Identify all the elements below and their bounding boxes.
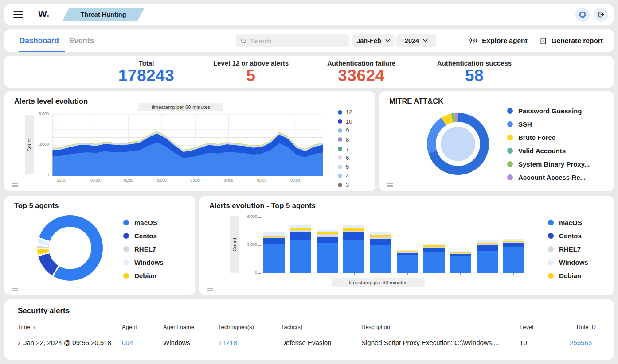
legend-label: macOS xyxy=(134,219,157,226)
cell-rule-id-link[interactable]: 255563 xyxy=(570,339,596,346)
legend-label: RHEL7 xyxy=(559,245,581,253)
legend-item[interactable]: RHEL7 xyxy=(123,245,164,253)
legend-item[interactable]: 3 xyxy=(338,182,352,188)
menu-icon[interactable] xyxy=(13,11,23,20)
legend-item[interactable]: 7 xyxy=(338,145,352,152)
legend-item[interactable]: Centos xyxy=(123,232,164,240)
bar-segment-macOS xyxy=(450,256,471,273)
area-chart[interactable] xyxy=(52,114,323,176)
status-circle-button[interactable] xyxy=(575,8,590,22)
legend-dot-icon xyxy=(548,220,554,225)
legend-dot-icon xyxy=(338,137,342,142)
x-tick-label: 02:00 xyxy=(157,178,166,182)
tab-events[interactable]: Events xyxy=(69,29,94,52)
bar-b6[interactable] xyxy=(397,250,418,273)
legend-dot-icon xyxy=(507,174,513,180)
legend-label: Centos xyxy=(134,232,157,240)
x-tick-label: 01:00 xyxy=(124,178,133,182)
col-description[interactable]: Description xyxy=(361,324,520,330)
bar-b9[interactable] xyxy=(477,240,498,273)
panel-alerts-evolution-top5: Alerts evolution - Top 5 agents Count 6,… xyxy=(199,196,614,295)
bar-segment-macOS xyxy=(263,244,285,273)
legend-item[interactable]: Windows xyxy=(548,259,588,266)
explore-agent-button[interactable]: Explore agent xyxy=(469,37,528,45)
legend-item[interactable]: Debian xyxy=(123,272,164,279)
x-tick-label: 04:00 xyxy=(224,178,233,182)
cell-agent-link[interactable]: 004 xyxy=(122,339,163,346)
x-tick-label: 03:00 xyxy=(191,178,200,182)
legend-item[interactable]: Account Access Re... xyxy=(507,174,590,181)
bar-segment-macOS xyxy=(503,247,524,273)
bar-b1[interactable] xyxy=(263,232,285,273)
legend-item[interactable]: 6 xyxy=(338,155,352,161)
legend-item[interactable]: Password Guessing xyxy=(507,107,590,115)
alerts-level-legend: 12109876543 xyxy=(338,109,352,191)
search-input[interactable] xyxy=(250,37,345,45)
col-tactics[interactable]: Tactic(s) xyxy=(281,324,361,330)
col-techniques[interactable]: Techniques(s) xyxy=(218,324,281,330)
legend-item[interactable]: 5 xyxy=(338,163,352,170)
bar-b2[interactable] xyxy=(290,225,311,273)
panel-options-icon[interactable] xyxy=(12,183,18,187)
generate-report-button[interactable]: Generate report xyxy=(539,37,603,45)
logout-button[interactable] xyxy=(594,8,608,22)
sort-desc-icon[interactable]: ▼ xyxy=(32,325,36,330)
bar-b4[interactable] xyxy=(343,225,364,273)
app-tab-threat-hunting[interactable]: Threat Hunting xyxy=(62,8,145,21)
expand-row-icon[interactable]: › xyxy=(18,339,20,346)
legend-label: 6 xyxy=(346,155,349,161)
period-dropdown[interactable]: Jan-Feb xyxy=(352,34,395,47)
panel-options-icon[interactable] xyxy=(12,287,18,291)
legend-item[interactable]: 4 xyxy=(338,173,352,179)
legend-label: 9 xyxy=(346,127,349,134)
col-agent-name[interactable]: Agent name xyxy=(163,324,218,330)
legend-item[interactable]: macOS xyxy=(123,219,164,226)
stacked-bar-chart[interactable] xyxy=(261,217,527,273)
legend-dot-icon xyxy=(548,233,554,239)
legend-item[interactable]: Brute Force xyxy=(507,134,590,141)
legend-item[interactable]: macOS xyxy=(548,219,588,226)
col-time[interactable]: Time▼ xyxy=(18,324,122,330)
bar-b10[interactable] xyxy=(503,239,524,273)
panel-options-icon[interactable] xyxy=(387,183,393,187)
year-dropdown[interactable]: 2024 xyxy=(396,34,436,47)
search-box[interactable] xyxy=(236,34,349,47)
legend-label: Account Access Re... xyxy=(518,174,586,181)
legend-label: 3 xyxy=(346,182,349,188)
legend-item[interactable]: 12 xyxy=(338,109,352,116)
legend-item[interactable]: Valid Accounts xyxy=(507,147,590,155)
bar-segment-Windows xyxy=(343,225,364,228)
legend-item[interactable]: 9 xyxy=(338,127,352,134)
top5-donut-chart[interactable] xyxy=(37,215,103,281)
legend-dot-icon xyxy=(338,183,342,187)
col-rule-id[interactable]: Rule ID xyxy=(570,324,596,330)
legend-item[interactable]: SSH xyxy=(507,120,590,128)
legend-item[interactable]: Centos xyxy=(548,232,588,240)
col-agent[interactable]: Agent xyxy=(122,324,163,330)
cell-technique-link[interactable]: T1218 xyxy=(218,339,281,346)
legend-item[interactable]: 10 xyxy=(338,118,352,125)
bar-b5[interactable] xyxy=(370,232,391,273)
bar-b8[interactable] xyxy=(450,251,471,273)
legend-item[interactable]: RHEL7 xyxy=(548,245,588,253)
tab-dashboard[interactable]: Dashboard xyxy=(20,29,59,52)
legend-item[interactable]: Windows xyxy=(123,259,164,266)
panel-title: Alerts evolution - Top 5 agents xyxy=(209,201,316,210)
app-logo[interactable]: W. xyxy=(38,8,50,19)
mitre-donut-chart[interactable] xyxy=(427,113,489,175)
bar-b7[interactable] xyxy=(423,244,445,273)
table-row[interactable]: ›Jan 22, 2024 @ 09:55:20.518 004 Windows… xyxy=(18,334,596,351)
legend-dot-icon xyxy=(507,148,513,154)
y-tick: 0 xyxy=(242,270,257,275)
bar-b3[interactable] xyxy=(317,230,338,273)
cell-tactics: Defense Evasion xyxy=(281,339,361,346)
legend-item[interactable]: 8 xyxy=(338,136,352,143)
x-axis-tick xyxy=(301,273,302,275)
legend-item[interactable]: System Binary Proxy... xyxy=(507,160,590,168)
panel-options-icon[interactable] xyxy=(207,287,213,291)
legend-label: 10 xyxy=(346,118,352,125)
x-axis-tick xyxy=(460,273,461,275)
col-level[interactable]: Level xyxy=(520,324,570,330)
legend-item[interactable]: Debian xyxy=(548,272,588,279)
cell-time: ›Jan 22, 2024 @ 09:55:20.518 xyxy=(18,339,122,346)
